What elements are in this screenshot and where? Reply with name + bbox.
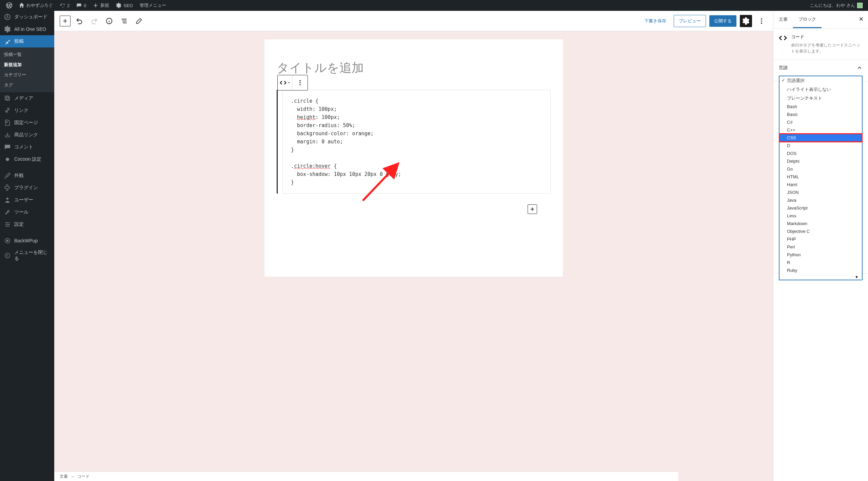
- language-option[interactable]: D: [780, 142, 862, 149]
- language-option[interactable]: プレーンテキスト: [780, 94, 862, 103]
- redo-button[interactable]: [88, 15, 100, 27]
- settings-toggle-button[interactable]: [740, 15, 752, 27]
- info-button[interactable]: [103, 15, 115, 27]
- language-option[interactable]: JSON: [780, 188, 862, 196]
- editor: 下書き保存 プレビュー 公開する タイトルを追加: [54, 11, 773, 481]
- sidebar-item-comments[interactable]: コメント: [0, 141, 54, 153]
- block-more-button[interactable]: [293, 75, 308, 90]
- seo-label: SEO: [123, 3, 133, 8]
- seo-menu[interactable]: SEO: [113, 0, 136, 11]
- preview-button[interactable]: プレビュー: [674, 15, 706, 27]
- language-option[interactable]: CSS: [780, 134, 862, 142]
- language-option[interactable]: Bash: [780, 103, 862, 111]
- new-content[interactable]: 新規: [90, 0, 113, 11]
- sidebar-item-dashboard[interactable]: ダッシュボード: [0, 11, 54, 23]
- home-icon: [19, 3, 24, 8]
- updates-count: 2: [67, 3, 70, 8]
- language-option[interactable]: HTML: [780, 173, 862, 181]
- language-option[interactable]: R: [780, 259, 862, 266]
- sidebar-item-pages[interactable]: 固定ページ: [0, 117, 54, 129]
- publish-button[interactable]: 公開する: [709, 15, 736, 27]
- language-dropdown[interactable]: 言語選択ハイライト表示しないプレーンテキストBashBasicC#C++CSSD…: [773, 76, 868, 81]
- comments[interactable]: 0: [73, 0, 90, 11]
- language-option[interactable]: JavaScript: [780, 204, 862, 212]
- pin-icon: [4, 38, 11, 45]
- language-option[interactable]: Haml: [780, 181, 862, 188]
- language-option[interactable]: C#: [780, 118, 862, 126]
- block-info: コード 余白やタグを考慮したコードスニペットを表示します。: [773, 28, 868, 60]
- wp-logo[interactable]: [3, 0, 16, 11]
- svg-point-8: [6, 240, 8, 242]
- dropdown-more-indicator: ▼: [780, 274, 862, 280]
- language-option[interactable]: PHP: [780, 235, 862, 243]
- sidebar-item-aioseo[interactable]: All in One SEO: [0, 23, 54, 35]
- sidebar-item-media[interactable]: メディア: [0, 92, 54, 104]
- code-block[interactable]: .circle { width: 100px; height: 100px; b…: [282, 90, 551, 194]
- breadcrumb-item[interactable]: コード: [77, 474, 90, 479]
- panel-section-language: 言語 言語選択ハイライト表示しないプレーンテキストBashBasicC#C++C…: [773, 60, 868, 81]
- language-option[interactable]: Go: [780, 165, 862, 173]
- site-home[interactable]: わやずぶろぐ: [16, 0, 56, 11]
- language-option[interactable]: Python: [780, 251, 862, 259]
- sidebar-item-appearance[interactable]: 外観: [0, 169, 54, 182]
- block-toolbar: [277, 75, 308, 91]
- sidebar-sub-posts-categories[interactable]: カテゴリー: [0, 70, 54, 80]
- language-option[interactable]: Ruby: [780, 266, 862, 274]
- tab-document[interactable]: 文書: [773, 11, 793, 28]
- language-option[interactable]: DOS: [780, 149, 862, 157]
- sidebar-item-backwpup[interactable]: BackWPup: [0, 235, 54, 247]
- sidebar-item-settings[interactable]: 設定: [0, 218, 54, 231]
- language-option[interactable]: Markdown: [780, 220, 862, 227]
- brush-icon: [4, 172, 11, 179]
- sidebar-item-cocoon[interactable]: Cocoon 設定: [0, 153, 54, 165]
- tab-block[interactable]: ブロック: [793, 11, 822, 28]
- add-block-inline-button[interactable]: [528, 204, 537, 214]
- plus-icon: [93, 3, 98, 8]
- sidebar-sub-posts-tags[interactable]: タグ: [0, 80, 54, 90]
- language-option[interactable]: ハイライト表示しない: [780, 85, 862, 94]
- panel-section-header-language[interactable]: 言語: [773, 60, 868, 76]
- language-option[interactable]: C++: [780, 126, 862, 134]
- wordpress-icon: [6, 2, 12, 8]
- sidebar-submenu-posts: 投稿一覧 新規追加 カテゴリー タグ: [0, 47, 54, 92]
- updates[interactable]: 2: [56, 0, 73, 11]
- sidebar-item-collapse[interactable]: メニューを閉じる: [0, 247, 54, 264]
- svg-point-1: [7, 98, 7, 98]
- sidebar-item-users[interactable]: ユーザー: [0, 194, 54, 206]
- media-icon: [4, 95, 11, 102]
- post-title-input[interactable]: タイトルを追加: [277, 60, 551, 76]
- panel-close-button[interactable]: [857, 15, 865, 23]
- backwpup-icon: [4, 237, 11, 244]
- outline-button[interactable]: [118, 15, 130, 27]
- sidebar-label: 外観: [14, 173, 24, 179]
- block-type-button[interactable]: [278, 75, 293, 90]
- dashboard-icon: [4, 14, 11, 20]
- language-option[interactable]: 言語選択: [780, 76, 862, 85]
- language-option[interactable]: Perl: [780, 243, 862, 251]
- more-menu-button[interactable]: [755, 15, 768, 27]
- language-option[interactable]: Basic: [780, 111, 862, 118]
- sidebar-item-product-links[interactable]: 商品リンク: [0, 129, 54, 141]
- save-draft-button[interactable]: 下書き保存: [640, 15, 670, 27]
- edit-button[interactable]: [133, 15, 145, 27]
- language-dropdown-list: 言語選択ハイライト表示しないプレーンテキストBashBasicC#C++CSSD…: [779, 76, 863, 280]
- comment-icon: [76, 3, 82, 8]
- sidebar-sub-posts-new[interactable]: 新規追加: [0, 60, 54, 70]
- sidebar-item-tools[interactable]: ツール: [0, 206, 54, 218]
- code-icon: [280, 79, 287, 86]
- language-option[interactable]: Delphi: [780, 157, 862, 165]
- sidebar-item-links[interactable]: リンク: [0, 104, 54, 117]
- language-option[interactable]: Java: [780, 196, 862, 204]
- breadcrumb-item[interactable]: 文書: [60, 474, 68, 479]
- sidebar-item-plugins[interactable]: プラグイン: [0, 182, 54, 194]
- sidebar-item-posts[interactable]: 投稿: [0, 35, 54, 47]
- add-block-button[interactable]: [60, 16, 71, 26]
- sidebar-sub-posts-list[interactable]: 投稿一覧: [0, 49, 54, 60]
- language-option[interactable]: Objective C: [780, 227, 862, 235]
- wrench-icon: [4, 209, 11, 216]
- admin-bar-right[interactable]: こんにちは、わや さん: [810, 2, 865, 8]
- undo-button[interactable]: [73, 15, 85, 27]
- canvas[interactable]: タイトルを追加 .circle { width: 100px; height: …: [264, 39, 563, 277]
- manage-menu[interactable]: 管理メニュー: [136, 0, 170, 11]
- language-option[interactable]: Less: [780, 212, 862, 220]
